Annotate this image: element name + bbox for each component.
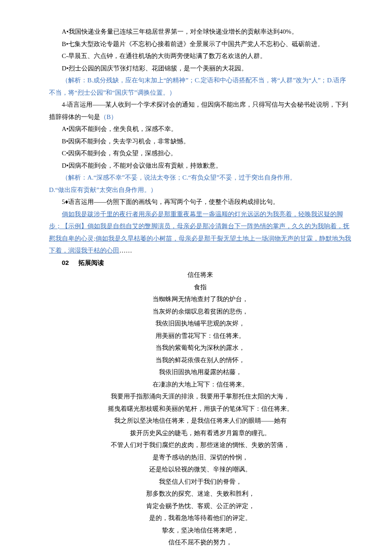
poem-line: 我依旧固执地铺平悲观的灰烬， [49,317,352,330]
poem-line: 当蜘蛛网无情地查封了我的炉台， [49,293,352,305]
poem-line: 是寄予感动的热泪、深切的怜悯， [49,451,352,464]
poem-title: 信任将来 [49,269,352,281]
poem-line: 当我的紫葡萄化为深秋的露水， [49,342,352,354]
poem-line: 拨开历史风尘的睫毛，她有看透岁月篇章的瞳孔。 [49,427,352,439]
q4-stem: 4-语言运用——某人收到一个学术探讨会的通知，但因病不能出席，只得写信与大会秘书… [49,99,352,123]
poem-line: 是的，我着急地等待着他们的评定。 [49,512,352,524]
poem-line: 我坚信人们对于我们的脊骨， [49,476,352,488]
section-02-num: 02 [62,259,69,266]
poem-line: 那多数次的探究、迷途、失败和胜利， [49,488,352,500]
q3-option-a: A•我国快递业务量已连续三年稳居世界第一，对全球快递业增长的贡献率达到40%。 [49,26,352,38]
q5-example-text: 倘如我是跋涉千里的夜行者用亲必是那重重夜幕里一盏温顺的灯光远远的为我亮着，轻唤我… [49,211,351,254]
q3-option-c: C-早晨五、六点钟，在通往机场的大街两旁便站满了数万名欢送的人群。 [49,50,352,62]
poem-line: 当我的鲜花依偎在别人的情怀， [49,354,352,366]
q3-option-d: D•烈士公园的国庆节张灯结彩、花团锦簇，是一个美丽的大花园。 [49,62,352,75]
poem-line: 还是给以轻视的微笑、辛辣的嘲讽。 [49,463,352,476]
q5-tail: …… [119,247,132,254]
section-02-title: 拓展阅读 [78,259,104,266]
q4-analysis-line2: D.“做出应有贡献”太突出自身作用。） [49,184,352,196]
poem-line: 我依旧固执地用凝露的枯藤， [49,366,352,378]
q4-stem-text: 4-语言运用——某人收到一个学术探讨会的通知，但因病不能出席，只得写信与大会秘书… [49,101,349,120]
section-02-header: 02 拓展阅读 [49,257,352,269]
poem-line: 当灰烬的余烟叹息着贫困的悲伤， [49,305,352,318]
q3-option-b: B•七集大型政论专题片《不忘初心接着前进》全景展示了中国共产党人不忘初心、砥砺前… [49,38,352,50]
poem-line: 我之所以坚决地信任将来，是我信任将来人们的眼睛——她有 [49,415,352,427]
q4-analysis-line1: （解析：A.“深感不幸”不妥，说法太夸张；C.“有负众望”不妥，过于突出自身作用… [49,171,352,184]
q3-analysis: （解析：B.成分残缺，应在句末加上“的精神”；C.定语和中心语搭配不当，将“人群… [49,74,352,99]
poem-line: 我要用手指那涌向天涯的排浪，我要用手掌那托住太阳的大海， [49,390,352,403]
q4-answer: （B） [100,113,117,120]
q5-stem: 5♦语言运用——仿照下面的画线句，再写两个句子，使整个语段构成排比句。 [49,196,352,208]
poem-line: 在凄凉的大地上写下：信任将来。 [49,378,352,391]
poem-line: 挚友，坚决地信任将来吧， [49,524,352,537]
poem-line: 肯定会赐予热忱、客观、公正的评定， [49,500,352,512]
poem-line: 信任不屈不挠的努力， [49,536,352,549]
q4-option-c: C•因病不能到会，有负众望，深感担心。 [49,147,352,160]
q4-option-b: B•因病不能到会，失去学习机会，非常缺憾。 [49,135,352,148]
poem-line: 用美丽的雪花写下：信任将来。 [49,330,352,342]
q4-option-d: D•因病不能到会，不能对会议做出应有贡献，持致歉意。 [49,160,352,172]
q4-option-a: A•因病不能到会，坐失良机，深感不幸。 [49,123,352,135]
q5-example: 倘如我是跋涉千里的夜行者用亲必是那重重夜幕里一盏温顺的灯光远远的为我亮着，轻唤我… [49,208,352,257]
poem-author: 食指 [49,281,352,293]
poem-line: 摇曳着曙光那枝暖和美丽的笔杆，用孩子的笔体写下：信任将来。 [49,403,352,415]
poem-line: 不管人们对于我们腐烂的皮肉，那些迷途的惆怅、失败的苦痛， [49,439,352,451]
